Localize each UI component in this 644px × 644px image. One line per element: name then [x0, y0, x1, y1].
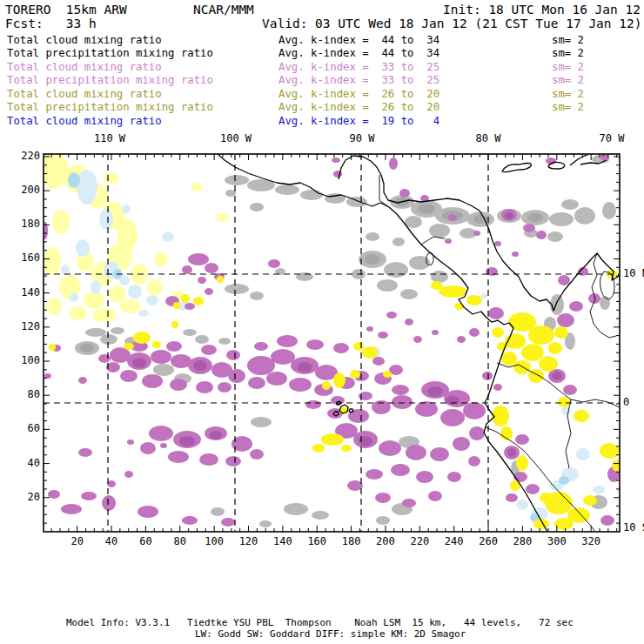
longitude-label: 110 W — [89, 133, 131, 144]
legend-row: Total cloud mixing ratioAvg. k-index = 2… — [0, 88, 644, 101]
y-tick-label: 80 — [5, 389, 40, 400]
legend-sm: sm= 2 — [552, 47, 584, 59]
y-tick-label: 220 — [5, 151, 40, 162]
footer-model-info: Model Info: V3.3.1 Tiedtke YSU PBL Thomp… — [66, 618, 574, 628]
legend-kindex: Avg. k-index = 26 to 20 — [278, 101, 439, 113]
legend-label: Total precipitation mixing ratio — [7, 74, 213, 86]
legend-kindex: Avg. k-index = 44 to 34 — [278, 34, 439, 46]
legend-row: Total precipitation mixing ratioAvg. k-i… — [0, 74, 644, 87]
x-tick-label: 60 — [128, 536, 163, 547]
legend-kindex: Avg. k-index = 44 to 34 — [278, 47, 439, 59]
y-tick-label: 200 — [5, 184, 40, 196]
latitude-label: 0 — [623, 397, 629, 408]
map-fields — [40, 151, 624, 532]
legend-label: Total cloud mixing ratio — [7, 115, 162, 127]
legend-kindex: Avg. k-index = 26 to 20 — [278, 88, 439, 100]
legend-row: Total precipitation mixing ratioAvg. k-i… — [0, 101, 644, 114]
legend-row: Total cloud mixing ratioAvg. k-index = 1… — [0, 115, 644, 128]
model-title: TORERO 15km ARW — [5, 3, 127, 17]
x-tick-label: 160 — [299, 536, 334, 547]
legend-sm: sm= 2 — [552, 88, 584, 100]
x-tick-label: 300 — [540, 536, 574, 547]
legend-label: Total cloud mixing ratio — [7, 88, 162, 100]
legend-sm: sm= 2 — [552, 34, 584, 46]
x-tick-label: 240 — [437, 536, 472, 547]
footer-physics: LW: Godd SW: Goddard DIFF: simple KM: 2D… — [195, 629, 466, 640]
country-borders — [379, 175, 620, 532]
y-tick-label: 20 — [5, 492, 40, 503]
legend-label: Total cloud mixing ratio — [7, 61, 162, 73]
x-tick-label: 80 — [163, 536, 198, 547]
y-tick-label: 100 — [5, 355, 40, 366]
x-tick-label: 180 — [334, 536, 369, 547]
x-tick-label: 100 — [197, 536, 231, 547]
longitude-label: 70 W — [591, 133, 633, 144]
legend-sm: sm= 2 — [552, 101, 584, 113]
y-tick-label: 140 — [5, 287, 40, 299]
latitude-label: 10 S — [623, 522, 644, 533]
y-tick-label: 180 — [5, 218, 40, 230]
x-tick-label: 280 — [505, 536, 540, 547]
y-tick-label: 40 — [5, 458, 40, 469]
legend-label: Total precipitation mixing ratio — [7, 47, 213, 59]
valid-time: Valid: 03 UTC Wed 18 Jan 12 (21 CST Tue … — [262, 17, 642, 30]
x-tick-label: 20 — [60, 536, 95, 547]
legend-sm: sm= 2 — [552, 61, 584, 73]
legend-sm: sm= 2 — [552, 74, 584, 86]
forecast-hour: Fcst: 33 h — [5, 17, 97, 30]
legend-kindex: Avg. k-index = 19 to 4 — [278, 115, 439, 127]
x-tick-label: 220 — [402, 536, 437, 547]
weather-model-page: TORERO 15km ARW NCAR/MMM Init: 18 UTC Mo… — [0, 0, 644, 644]
x-tick-label: 40 — [94, 536, 129, 547]
y-tick-label: 60 — [5, 423, 40, 434]
legend-kindex: Avg. k-index = 33 to 25 — [278, 61, 439, 73]
legend-row: Total cloud mixing ratioAvg. k-index = 3… — [0, 61, 644, 74]
latitude-label: 10 N — [623, 268, 644, 279]
x-tick-label: 320 — [574, 536, 608, 547]
x-tick-label: 260 — [471, 536, 506, 547]
legend-kindex: Avg. k-index = 33 to 25 — [278, 74, 439, 86]
legend-label: Total cloud mixing ratio — [7, 34, 162, 46]
legend-row: Total cloud mixing ratioAvg. k-index = 4… — [0, 34, 644, 47]
center-name: NCAR/MMM — [193, 3, 254, 17]
longitude-label: 80 W — [467, 133, 509, 144]
legend-row: Total precipitation mixing ratioAvg. k-i… — [0, 47, 644, 60]
y-tick-label: 160 — [5, 252, 40, 264]
legend-label: Total precipitation mixing ratio — [7, 101, 213, 113]
longitude-label: 100 W — [215, 133, 257, 144]
init-time: Init: 18 UTC Mon 16 Jan 12 — [443, 3, 641, 17]
x-tick-label: 120 — [231, 536, 265, 547]
x-tick-label: 140 — [265, 536, 300, 547]
x-tick-label: 200 — [368, 536, 403, 547]
y-tick-label: 120 — [5, 321, 40, 332]
longitude-label: 90 W — [341, 133, 383, 144]
